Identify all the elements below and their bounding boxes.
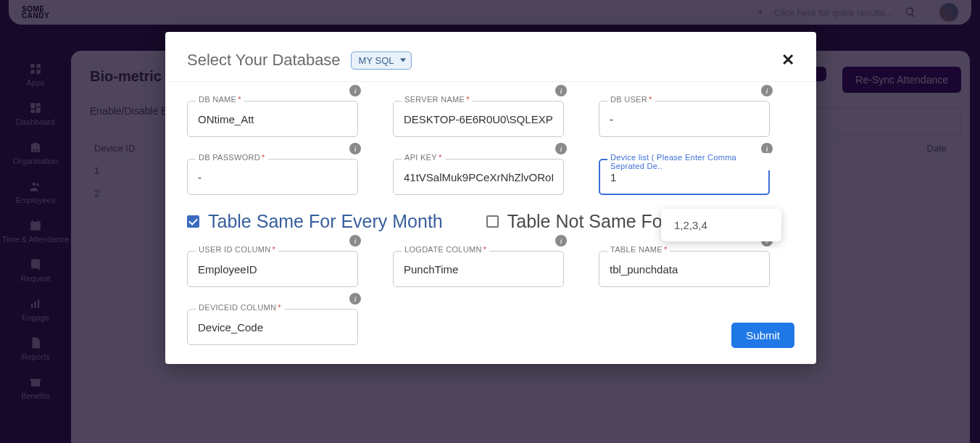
field-label: SERVER NAME* [402,95,473,104]
fields-grid-2: i USER ID COLUMN* i LOGDATE COLUMN* i TA… [187,251,794,345]
database-modal: Select Your Database MY SQL ✕ i DB NAME*… [165,32,816,364]
check-table-not-same[interactable]: Table Not Same For [486,211,668,232]
info-icon[interactable]: i [555,85,567,96]
db-password-input[interactable] [187,159,358,195]
device-list-tooltip: 1,2,3,4 [661,209,781,241]
check-table-same[interactable]: Table Same For Every Month [187,211,443,232]
close-icon[interactable]: ✕ [781,52,794,68]
logdate-column-input[interactable] [393,251,564,287]
user-id-column-input[interactable] [187,251,358,287]
checkbox-icon [486,215,499,228]
db-user-field: i DB USER* [599,101,770,137]
divider [165,81,816,82]
tooltip-text: 1,2,3,4 [674,219,707,231]
device-list-field: i Device list ( Please Enter Comma Sepra… [599,159,770,195]
server-name-input[interactable] [393,101,564,137]
field-label: DB NAME* [196,95,244,104]
field-label: DB USER* [607,95,655,104]
api-key-input[interactable] [393,159,564,195]
modal-title: Select Your Database [187,51,341,70]
fields-grid: i DB NAME* i SERVER NAME* i DB USER* i D… [187,101,794,195]
info-icon[interactable]: i [349,143,361,154]
info-icon[interactable]: i [349,235,361,247]
api-key-field: i API KEY* [393,159,564,195]
field-label: DEVICEID COLUMN* [196,303,284,312]
field-label: API KEY* [402,153,445,162]
info-icon[interactable]: i [349,293,361,305]
check-label: Table Same For Every Month [208,211,443,232]
info-icon[interactable]: i [349,85,361,96]
db-type-select[interactable]: MY SQL [351,51,412,70]
check-label: Table Not Same For [507,211,668,232]
table-name-field: i TABLE NAME* [599,251,770,287]
user-id-column-field: i USER ID COLUMN* [187,251,358,287]
db-type-select-wrap[interactable]: MY SQL [351,51,412,70]
table-name-input[interactable] [599,251,770,287]
field-label: DB PASSWORD* [196,153,268,162]
db-name-field: i DB NAME* [187,101,358,137]
server-name-field: i SERVER NAME* [393,101,564,137]
field-label: USER ID COLUMN* [196,245,278,254]
field-label: LOGDATE COLUMN* [402,245,489,254]
db-password-field: i DB PASSWORD* [187,159,358,195]
info-icon[interactable]: i [761,85,773,96]
logdate-column-field: i LOGDATE COLUMN* [393,251,564,287]
deviceid-column-field: i DEVICEID COLUMN* [187,309,358,345]
field-label: Device list ( Please Enter Comma Seprate… [607,153,770,170]
db-user-input[interactable] [599,101,770,137]
info-icon[interactable]: i [555,143,567,154]
db-name-input[interactable] [187,101,358,137]
deviceid-column-input[interactable] [187,309,358,345]
info-icon[interactable]: i [555,235,567,247]
field-label: TABLE NAME* [607,245,670,254]
modal-header: Select Your Database MY SQL ✕ [187,51,794,70]
submit-button[interactable]: Submit [731,323,794,348]
checkbox-icon [187,215,199,228]
